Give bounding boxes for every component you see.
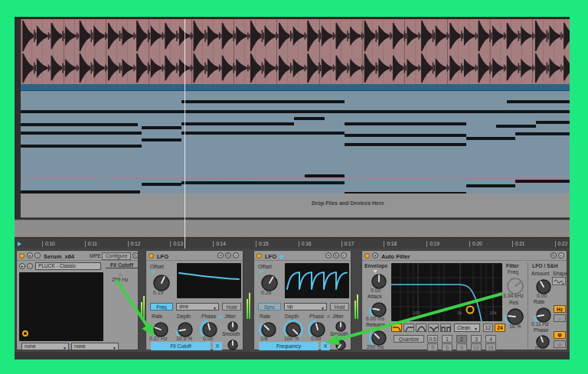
lfo1-titlebar[interactable]: LFO = ↻ ▪ bbox=[146, 251, 243, 261]
circuit-dropdown[interactable]: Clean▼ bbox=[454, 324, 480, 332]
serum-titlebar[interactable]: ▸ / Serum_x64 MPE Configure ↻ bbox=[17, 251, 138, 261]
midi-note bbox=[466, 184, 515, 187]
lfo1-waveform-display[interactable] bbox=[177, 263, 241, 298]
offset-value[interactable]: 0.19 bbox=[153, 290, 163, 295]
xy-pad-handle[interactable] bbox=[22, 330, 28, 337]
level-meter-r bbox=[357, 294, 358, 319]
rate-hz-button[interactable]: Hz bbox=[554, 305, 566, 313]
slope-12-button[interactable]: 12 bbox=[483, 324, 493, 332]
quantize-value-button[interactable]: 6 bbox=[442, 343, 452, 351]
mod-source-dropdown-1[interactable]: none▼ bbox=[21, 343, 69, 350]
preview-icon[interactable]: ▸ bbox=[27, 252, 33, 259]
quantize-value-button[interactable]: 2 bbox=[456, 335, 467, 343]
device-on-led[interactable] bbox=[19, 253, 24, 259]
automation-lane[interactable] bbox=[15, 220, 570, 237]
quantize-value-button[interactable]: 0.5 bbox=[427, 335, 438, 343]
lfo-shape-dropdown[interactable] bbox=[552, 277, 566, 285]
hotswap-icon[interactable]: ↻ bbox=[333, 252, 339, 259]
slope-24-button[interactable]: 24 bbox=[495, 324, 505, 332]
hotswap-icon[interactable]: ↻ bbox=[225, 252, 231, 259]
playhead[interactable] bbox=[185, 19, 185, 249]
preset-name-field[interactable]: PLUCK - Classic bbox=[35, 262, 101, 270]
offset-label: Offset bbox=[150, 264, 164, 269]
hold-button[interactable]: Hold bbox=[222, 303, 241, 311]
map-mode-icon[interactable]: = bbox=[217, 252, 224, 259]
quantize-value-button[interactable]: 5 bbox=[427, 343, 438, 351]
res-value[interactable]: 18 % bbox=[509, 324, 521, 329]
phase-mode-button[interactable]: Φ bbox=[554, 331, 566, 339]
freq-value[interactable]: 3.34 kHz bbox=[503, 293, 524, 298]
unmap-button[interactable]: X bbox=[213, 342, 222, 350]
freq-mode-button[interactable]: Freq bbox=[150, 303, 173, 311]
depth-value[interactable]: 10.9 % bbox=[176, 336, 192, 341]
rate-sync-button[interactable]: ♪ bbox=[554, 314, 566, 322]
filter-type-lowpass-button[interactable] bbox=[391, 324, 402, 332]
device-on-led[interactable] bbox=[256, 253, 262, 259]
quantize-value-button[interactable]: 4 bbox=[485, 335, 496, 343]
quantize-value-button[interactable]: 8 bbox=[456, 343, 467, 351]
configure-button[interactable]: Configure bbox=[102, 252, 131, 260]
rate-value[interactable]: 1/8 bbox=[260, 336, 267, 341]
phase-value[interactable]: 0.00 bbox=[311, 336, 321, 341]
env-amount-value[interactable]: 0.00 bbox=[371, 288, 381, 293]
depth-value[interactable]: 100 % bbox=[284, 336, 299, 341]
quantize-value-button[interactable]: 16 bbox=[485, 343, 496, 351]
hotswap-icon[interactable]: ↻ bbox=[550, 252, 557, 259]
autofilter-titlebar[interactable]: ▾ Auto Filter ↻ ▪ bbox=[362, 251, 567, 261]
quantize-value-button[interactable]: 1 bbox=[442, 335, 452, 343]
spin-mode-button[interactable]: ⊘ bbox=[554, 340, 566, 348]
drop-track-area[interactable]: Drop Files and Devices Here bbox=[21, 194, 570, 218]
filter-type-bandpass-button[interactable] bbox=[416, 324, 426, 332]
sync-mode-button[interactable]: Sync bbox=[258, 303, 281, 311]
lfo-phase-label: Phase bbox=[534, 327, 548, 333]
wave-dropdown[interactable]: sine▼ bbox=[176, 303, 219, 311]
map-mode-icon[interactable]: = bbox=[325, 252, 332, 259]
time-ruler[interactable]: 0:100:110:120:130:140:150:160:170:180:19… bbox=[15, 237, 570, 249]
macro-value[interactable]: 259 Hz bbox=[112, 277, 129, 282]
device-on-led[interactable] bbox=[149, 253, 154, 259]
midi-note bbox=[142, 183, 181, 186]
envelope-label: Envelope bbox=[364, 263, 387, 268]
mapping-active-dot bbox=[279, 255, 283, 259]
fold-device-icon[interactable]: ▾ bbox=[372, 252, 378, 259]
filter-type-morph-button[interactable] bbox=[440, 324, 451, 332]
save-icon[interactable]: ▪ bbox=[233, 252, 239, 259]
mapped-parameter-button[interactable]: Fil Cutoff bbox=[151, 342, 211, 350]
filter-type-highpass-button[interactable] bbox=[403, 324, 414, 332]
amount-value[interactable]: 0.00 bbox=[537, 293, 547, 298]
device-title: Auto Filter bbox=[381, 253, 410, 260]
filter-type-notch-button[interactable] bbox=[428, 324, 439, 332]
unmap-button[interactable]: X bbox=[321, 342, 330, 350]
lfo-phase-value[interactable]: 0.00° bbox=[535, 346, 547, 351]
mapped-parameter-button[interactable]: Frequency bbox=[259, 342, 318, 350]
save-preset-icon[interactable]: ▪ bbox=[27, 263, 33, 269]
hotswap-icon[interactable]: ▸ bbox=[19, 263, 25, 269]
hold-button[interactable]: Hold bbox=[330, 303, 349, 311]
mod-source-dropdown-2[interactable]: none▼ bbox=[71, 343, 119, 350]
lfo-rate-value[interactable]: 0.11 Hz bbox=[531, 321, 549, 327]
midi-note bbox=[21, 110, 570, 113]
jitter-label: Jitter bbox=[224, 314, 236, 319]
phase-mod-dot bbox=[327, 315, 330, 318]
macro-slider-handle[interactable]: △ bbox=[119, 271, 122, 276]
midi-clip-titlebar[interactable] bbox=[21, 84, 570, 91]
quantize-value-button[interactable]: 3 bbox=[471, 335, 482, 343]
phase-label: Phase bbox=[201, 314, 216, 319]
midi-note bbox=[142, 138, 181, 141]
serum-xy-pad[interactable] bbox=[19, 272, 103, 341]
save-icon[interactable]: ▪ bbox=[558, 252, 564, 259]
wrench-icon[interactable]: / bbox=[34, 252, 41, 259]
lfo2-titlebar[interactable]: LFO = ↻ ▪ bbox=[254, 251, 351, 261]
lfo2-waveform-display[interactable] bbox=[285, 263, 349, 298]
attack-value[interactable]: 6.00 ms bbox=[366, 316, 384, 321]
wave-dropdown[interactable]: up▼ bbox=[284, 303, 327, 311]
save-icon[interactable]: ▪ bbox=[341, 252, 347, 259]
filter-display[interactable]: 1001k10k bbox=[391, 263, 502, 321]
phase-value[interactable]: 0.00 bbox=[203, 336, 213, 341]
quantize-value-button[interactable]: 12 bbox=[471, 343, 482, 351]
device-on-led[interactable] bbox=[364, 253, 370, 259]
audio-clip-drums[interactable] bbox=[21, 19, 570, 84]
rate-value[interactable]: 0.27 Hz bbox=[149, 336, 167, 341]
offset-value[interactable]: 0.28 bbox=[261, 290, 271, 295]
unfold-plugin-icon[interactable]: ↻ bbox=[132, 252, 139, 259]
